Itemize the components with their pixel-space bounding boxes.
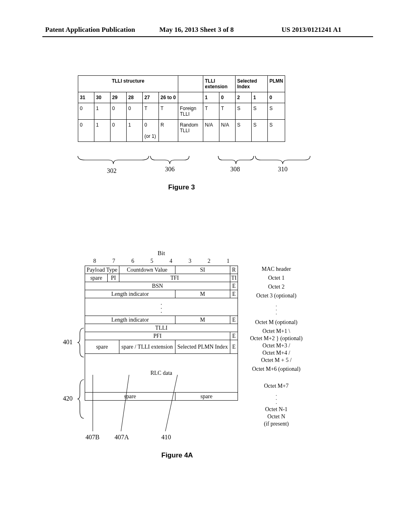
tlli-table: TLLI structure TLLI extension Selected I… bbox=[78, 75, 285, 142]
r0-cdv: Countdown Value bbox=[119, 266, 175, 274]
r6-plmn: Selected PLMN Index bbox=[175, 340, 230, 354]
sel-2: 2 bbox=[236, 92, 252, 103]
s-ifpres: (if present) bbox=[250, 420, 302, 428]
tlli-cell: TLLI bbox=[85, 324, 238, 332]
brace-306 bbox=[150, 155, 190, 165]
bn6: 6 bbox=[124, 258, 142, 265]
hdr-left: Patent Application Publication bbox=[45, 26, 135, 34]
bit-27: 27 bbox=[143, 92, 159, 103]
ref-302: 302 bbox=[107, 167, 117, 175]
r1-c4: T bbox=[143, 103, 159, 120]
r1-e1: T bbox=[203, 103, 219, 120]
r2-c3: 1 bbox=[127, 120, 143, 142]
r4-m: M bbox=[175, 316, 230, 324]
ref-407A: 407A bbox=[115, 434, 129, 441]
r2-e1: N/A bbox=[203, 120, 219, 142]
brace-308 bbox=[217, 155, 254, 165]
figure-4a: Bit 8 7 6 5 4 3 2 1 Payload Type Countdo… bbox=[85, 250, 351, 428]
grp-blank bbox=[178, 76, 203, 92]
s-dots2: ... bbox=[250, 392, 302, 406]
grp-selected-index: Selected Index bbox=[236, 76, 268, 92]
r5-e: E bbox=[230, 332, 238, 340]
s-octN: Octet N bbox=[250, 413, 302, 420]
header-rule bbox=[42, 36, 373, 37]
r2-c1: 1 bbox=[94, 120, 111, 142]
ref-306: 306 bbox=[165, 166, 175, 173]
dots-1: ... bbox=[85, 298, 238, 316]
brace-420 bbox=[77, 379, 85, 419]
ref-420: 420 bbox=[63, 395, 73, 402]
figure-3: TLLI structure TLLI extension Selected I… bbox=[78, 75, 364, 142]
r2-s0: S bbox=[268, 120, 285, 142]
figure-4a-caption: Figure 4A bbox=[161, 451, 193, 459]
ext-1: 1 bbox=[203, 92, 219, 103]
r2-s1: S bbox=[252, 120, 268, 142]
hdr-mid: May 16, 2013 Sheet 3 of 8 bbox=[159, 26, 234, 34]
s-tlli2: Octet M+2 } (optional) bbox=[250, 335, 302, 342]
svg-line-2 bbox=[165, 375, 177, 431]
ref-410: 410 bbox=[161, 434, 171, 441]
s-dots1: ... bbox=[250, 301, 302, 319]
bit-29: 29 bbox=[111, 92, 127, 103]
s-oct1: Octet 1 bbox=[250, 274, 302, 283]
r2-lbl: Random TLLI bbox=[178, 120, 203, 142]
bit-28: 28 bbox=[127, 92, 143, 103]
r3-e: E bbox=[230, 290, 238, 298]
ext-0: 0 bbox=[219, 92, 236, 103]
r1-tfi: TFI bbox=[119, 274, 230, 282]
r2-c0: 0 bbox=[78, 120, 94, 142]
s-oct6: Octet M+6 (optional) bbox=[250, 366, 302, 380]
bit-26to0: 26 to 0 bbox=[159, 92, 178, 103]
bit-label: Bit bbox=[85, 250, 238, 257]
ref-308: 308 bbox=[230, 166, 240, 173]
r2-e0: N/A bbox=[219, 120, 236, 142]
grp-tlli-ext: TLLI extension bbox=[203, 76, 236, 92]
brace-302 bbox=[77, 155, 150, 165]
svg-line-1 bbox=[121, 375, 129, 431]
s-oct3: Octet 3 (optional) bbox=[250, 292, 302, 301]
r2-c5: R bbox=[159, 120, 178, 142]
bit-30: 30 bbox=[94, 92, 111, 103]
bn1: 1 bbox=[219, 258, 237, 265]
r2-bsn: BSN bbox=[85, 282, 230, 290]
s-octM: Octet M (optional) bbox=[250, 319, 302, 328]
s-tlli3: Octet M+3 / bbox=[250, 342, 302, 349]
r1-spare: spare bbox=[85, 274, 108, 282]
brace-310 bbox=[254, 155, 311, 165]
bn7: 7 bbox=[104, 258, 123, 265]
r1-c0: 0 bbox=[78, 103, 94, 120]
r2-c4a: 0 bbox=[144, 122, 147, 128]
grp-tlli-structure: TLLI structure bbox=[78, 76, 178, 92]
r1-lbl: Foreign TLLI bbox=[178, 103, 203, 120]
r2-s2: S bbox=[236, 120, 252, 142]
sel-1: 1 bbox=[252, 92, 268, 103]
r1-c5: T bbox=[159, 103, 178, 120]
r2-c4: 0(or 1) bbox=[143, 120, 159, 142]
grp-plmn: PLMN bbox=[268, 76, 285, 92]
r1-e0: T bbox=[219, 103, 236, 120]
r6-e: E bbox=[230, 340, 238, 354]
bit-31: 31 bbox=[78, 92, 94, 103]
hdr-right: US 2013/0121241 A1 bbox=[282, 26, 341, 34]
s-oct5: Octet M + 5 / bbox=[250, 357, 302, 366]
r0-payload: Payload Type bbox=[85, 266, 119, 274]
r3-m: M bbox=[175, 290, 230, 298]
bn2: 2 bbox=[200, 258, 218, 265]
r1-s0: S bbox=[268, 103, 285, 120]
r1-pi: PI bbox=[108, 274, 119, 282]
s-octN1: Octet N-1 bbox=[250, 406, 302, 413]
ref-407B: 407B bbox=[86, 434, 100, 441]
r5-pfi: PFI bbox=[85, 332, 230, 340]
bn5: 5 bbox=[143, 258, 161, 265]
r1-c1: 1 bbox=[94, 103, 111, 120]
sel-0: 0 bbox=[268, 92, 285, 103]
r0-si: SI bbox=[175, 266, 230, 274]
r2-e: E bbox=[230, 282, 238, 290]
bn3: 3 bbox=[181, 258, 199, 265]
bn8: 8 bbox=[86, 258, 104, 265]
ref-401: 401 bbox=[63, 339, 73, 346]
s-mac: MAC header bbox=[250, 266, 302, 274]
r1-ti: TI bbox=[230, 274, 238, 282]
side-column: MAC header Octet 1 Octet 2 Octet 3 (opti… bbox=[250, 266, 302, 428]
bit-blank bbox=[178, 92, 203, 103]
